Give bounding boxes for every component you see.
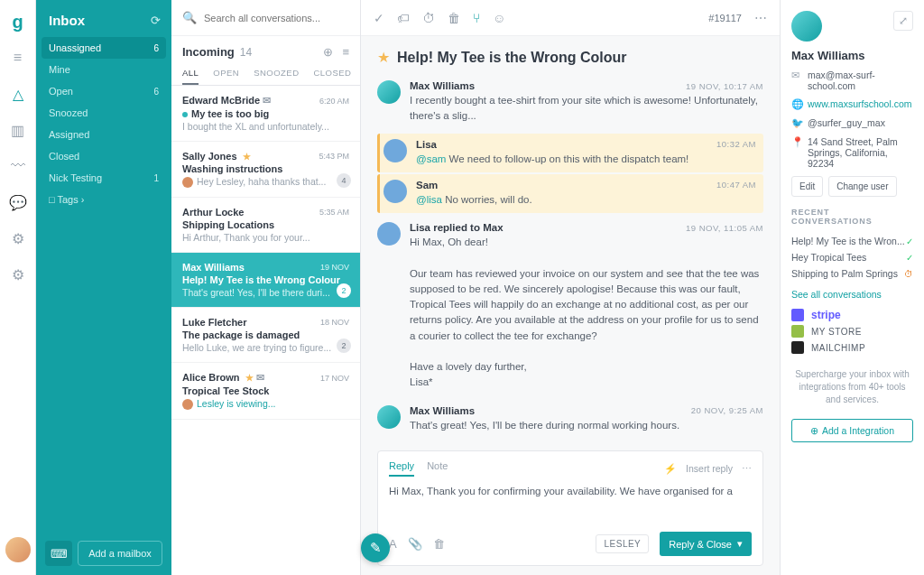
tag-icon[interactable]: 🏷 — [397, 11, 410, 25]
assignee-chip[interactable]: LESLEY — [596, 534, 649, 553]
format-text-icon[interactable]: A — [389, 537, 397, 551]
ticket-id: #19117 — [708, 13, 742, 23]
sidebar-title: Inbox — [49, 13, 85, 28]
emoji-icon[interactable]: ☺ — [493, 11, 505, 25]
chat-icon[interactable]: 💬 — [9, 193, 27, 211]
sidebar-item-snoozed[interactable]: Snoozed — [36, 102, 171, 124]
trash-icon[interactable]: 🗑 — [448, 11, 460, 25]
conversation-item[interactable]: Alice Brown ★ ✉17 NOVTropical Tee StockL… — [171, 363, 360, 420]
thread-title: Help! My Tee is the Wrong Colour — [397, 50, 627, 66]
delete-draft-icon[interactable]: 🗑 — [433, 537, 445, 551]
edit-user-button[interactable]: Edit — [791, 176, 823, 197]
integrations-promo: Supercharge your inbox with integrations… — [791, 368, 913, 406]
sidebar-item-nick-testing[interactable]: Nick Testing1 — [36, 167, 171, 189]
refresh-icon[interactable]: ⟳ — [151, 14, 161, 27]
integration-mailchimp[interactable]: MAILCHIMP — [791, 339, 913, 356]
mark-done-icon[interactable]: ✓ — [374, 11, 384, 25]
see-all-link[interactable]: See all conversations — [791, 289, 913, 300]
sidebar-item-assigned[interactable]: Assigned — [36, 124, 171, 145]
conversation-item[interactable]: Luke Fletcher18 NOVThe package is damage… — [171, 308, 360, 363]
change-user-button[interactable]: Change user — [828, 176, 896, 197]
profile-panel: ⤢ Max Williams ✉max@max-surf-school.com … — [780, 0, 924, 575]
sidebar-item--tags-[interactable]: □ Tags › — [36, 189, 171, 210]
keyboard-icon[interactable]: ⌨ — [45, 541, 72, 566]
list-count: 14 — [240, 46, 252, 59]
thread-more-icon[interactable]: ⋯ — [754, 11, 767, 25]
profile-twitter[interactable]: @surfer_guy_max — [808, 117, 885, 128]
compose-fab[interactable]: ✎ — [361, 533, 390, 562]
list-tab-open[interactable]: OPEN — [213, 68, 239, 85]
composer-tab-note[interactable]: Note — [427, 460, 448, 477]
inbox-icon[interactable]: △ — [9, 85, 27, 103]
menu-icon[interactable]: ≡ — [9, 49, 27, 67]
message: Sam10:47 AM@lisa No worries, will do. — [383, 180, 756, 208]
message: Lisa10:32 AM@sam We need to follow-up on… — [383, 139, 756, 167]
list-tab-snoozed[interactable]: SNOOZED — [254, 68, 299, 85]
list-tab-all[interactable]: ALL — [182, 68, 199, 85]
mail-icon: ✉ — [791, 70, 802, 81]
conversation-item[interactable]: Max Williams19 NOVHelp! My Tee is the Wr… — [171, 253, 360, 308]
sidebar-item-open[interactable]: Open6 — [36, 80, 171, 102]
list-tab-closed[interactable]: CLOSED — [313, 68, 351, 85]
thread-toolbar: ✓ 🏷 ⏱ 🗑 ⑂ ☺ #19117 ⋯ — [361, 0, 780, 36]
profile-address: 14 Sand Street, Palm Springs, California… — [808, 136, 913, 169]
reply-close-button[interactable]: Reply & Close▾ — [660, 532, 752, 556]
message: Max Williams19 NOV, 10:17 AMI recently b… — [377, 73, 763, 132]
thread-panel: ✓ 🏷 ⏱ 🗑 ⑂ ☺ #19117 ⋯ ★ Help! My Tee is t… — [361, 0, 780, 575]
add-integration-button[interactable]: ⊕Add a Integration — [791, 419, 913, 442]
conversation-list-panel: 🔍 Incoming 14 ⊕ ≡ ALLOPENSNOOZEDCLOSED E… — [171, 0, 361, 575]
settings-sliders-icon[interactable]: ⚙ — [9, 229, 27, 247]
recent-conversation[interactable]: Shipping to Palm Springs⏱ — [791, 265, 913, 282]
message: Lisa replied to Max19 NOV, 11:05 AMHi Ma… — [377, 215, 763, 398]
sidebar-item-mine[interactable]: Mine — [36, 59, 171, 80]
expand-profile-icon[interactable]: ⤢ — [893, 11, 913, 31]
new-conversation-icon[interactable]: ⊕ — [323, 45, 333, 59]
list-heading: Incoming — [182, 45, 235, 59]
recent-conversation[interactable]: Help! My Tee is the Wron...✓ — [791, 233, 913, 249]
insert-reply-label[interactable]: Insert reply — [686, 463, 733, 474]
conversation-item[interactable]: Sally Jones ★5:43 PMWashing instructions… — [171, 142, 360, 198]
snooze-icon[interactable]: ⏱ — [422, 11, 435, 25]
message: Max Williams20 NOV, 9:25 AMThat's great!… — [377, 398, 763, 448]
profile-name: Max Williams — [791, 49, 913, 62]
star-icon[interactable]: ★ — [377, 49, 390, 66]
sidebar-item-unassigned[interactable]: Unassigned6 — [42, 37, 166, 59]
search-icon: 🔍 — [182, 11, 197, 24]
composer-textarea[interactable] — [389, 486, 752, 529]
twitter-icon: 🐦 — [791, 117, 802, 129]
conversation-item[interactable]: Edward McBride ✉6:20 AMMy tee is too big… — [171, 86, 360, 142]
profile-website[interactable]: www.maxsurfschool.com — [808, 98, 912, 109]
mailbox-sidebar: Inbox ⟳ Unassigned6MineOpen6SnoozedAssig… — [36, 0, 171, 575]
composer-more-icon[interactable]: ⋯ — [742, 463, 752, 475]
composer: Reply Note ⚡ Insert reply ⋯ A 📎 🗑 LESLEY… — [377, 450, 763, 566]
attach-icon[interactable]: 📎 — [408, 537, 422, 551]
chevron-down-icon: ▾ — [737, 538, 743, 550]
insert-reply-icon[interactable]: ⚡ — [664, 463, 677, 475]
add-mailbox-button[interactable]: Add a mailbox — [78, 541, 162, 566]
composer-tab-reply[interactable]: Reply — [389, 460, 414, 477]
plus-icon: ⊕ — [810, 425, 818, 436]
pin-icon: 📍 — [791, 136, 802, 148]
profile-avatar — [791, 11, 822, 42]
integration-stripe[interactable]: stripe — [791, 307, 913, 323]
recent-conv-heading: RECENT CONVERSATIONS — [791, 208, 913, 226]
reports-icon[interactable]: 〰 — [9, 157, 27, 175]
globe-icon: 🌐 — [791, 98, 802, 110]
integration-my-store[interactable]: MY STORE — [791, 323, 913, 339]
recent-conversation[interactable]: Hey Tropical Tees✓ — [791, 249, 913, 265]
assign-icon[interactable]: ⑂ — [473, 11, 480, 25]
filter-icon[interactable]: ≡ — [342, 45, 349, 59]
app-icon-rail: g ≡ △ ▥ 〰 💬 ⚙ ⚙ — [0, 0, 36, 575]
current-user-avatar[interactable] — [5, 537, 31, 562]
brand-logo[interactable]: g — [9, 13, 27, 31]
conversation-item[interactable]: Arthur Locke5:35 AMShipping LocationsHi … — [171, 198, 360, 253]
list-tabs: ALLOPENSNOOZEDCLOSED — [171, 64, 360, 86]
search-input[interactable] — [204, 13, 349, 23]
profile-email[interactable]: max@max-surf-school.com — [808, 70, 913, 91]
docs-icon[interactable]: ▥ — [9, 121, 27, 139]
sidebar-item-closed[interactable]: Closed — [36, 145, 171, 167]
gear-icon[interactable]: ⚙ — [9, 265, 27, 283]
